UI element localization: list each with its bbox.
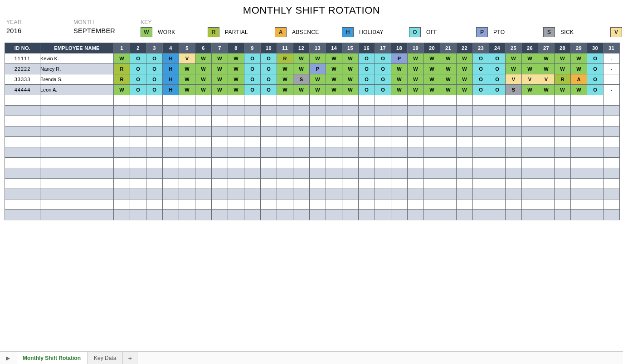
empty-cell[interactable] [440, 158, 457, 168]
empty-cell[interactable] [195, 137, 212, 147]
shift-cell[interactable]: W [408, 74, 424, 85]
shift-cell[interactable]: W [228, 85, 244, 95]
empty-cell[interactable] [555, 179, 571, 189]
empty-cell[interactable] [375, 106, 391, 116]
empty-cell[interactable] [457, 126, 473, 137]
shift-cell[interactable]: W [179, 64, 195, 74]
empty-cell[interactable] [261, 106, 277, 116]
shift-cell[interactable]: W [506, 53, 522, 64]
empty-cell[interactable] [228, 126, 244, 137]
empty-cell[interactable] [310, 95, 326, 106]
shift-cell[interactable]: W [310, 53, 326, 64]
empty-cell[interactable] [375, 116, 391, 126]
empty-cell[interactable] [538, 168, 555, 179]
shift-cell[interactable]: - [604, 85, 620, 95]
shift-cell[interactable]: W [114, 85, 130, 95]
empty-cell[interactable] [146, 158, 163, 168]
empty-cell[interactable] [424, 137, 440, 147]
empty-cell[interactable] [440, 95, 457, 106]
shift-cell[interactable]: W [293, 85, 310, 95]
empty-cell[interactable] [130, 116, 146, 126]
empty-cell[interactable] [277, 199, 293, 210]
empty-cell[interactable] [5, 158, 40, 168]
shift-cell[interactable]: W [571, 53, 587, 64]
empty-cell[interactable] [293, 158, 310, 168]
shift-cell[interactable]: O [587, 53, 604, 64]
empty-cell[interactable] [261, 137, 277, 147]
empty-cell[interactable] [522, 147, 538, 158]
empty-cell[interactable] [163, 106, 179, 116]
shift-cell[interactable]: W [212, 74, 228, 85]
empty-cell[interactable] [440, 137, 457, 147]
empty-cell[interactable] [179, 210, 195, 220]
empty-cell[interactable] [310, 168, 326, 179]
empty-cell[interactable] [277, 106, 293, 116]
empty-cell[interactable] [457, 147, 473, 158]
empty-cell[interactable] [489, 95, 506, 106]
empty-cell[interactable] [555, 168, 571, 179]
empty-cell[interactable] [604, 179, 620, 189]
empty-cell[interactable] [342, 106, 359, 116]
shift-cell[interactable]: W [555, 53, 571, 64]
empty-cell[interactable] [522, 137, 538, 147]
shift-cell[interactable]: W [522, 85, 538, 95]
empty-cell[interactable] [163, 95, 179, 106]
shift-cell[interactable]: O [244, 53, 261, 64]
shift-cell[interactable]: W [391, 85, 408, 95]
empty-cell[interactable] [146, 126, 163, 137]
shift-cell[interactable]: O [587, 64, 604, 74]
shift-cell[interactable]: W [326, 64, 342, 74]
empty-cell[interactable] [538, 116, 555, 126]
empty-cell[interactable] [179, 106, 195, 116]
empty-cell[interactable] [244, 179, 261, 189]
shift-cell[interactable]: W [408, 64, 424, 74]
empty-cell[interactable] [571, 106, 587, 116]
empty-cell[interactable] [228, 106, 244, 116]
shift-cell[interactable]: O [130, 85, 146, 95]
shift-cell[interactable]: W [195, 85, 212, 95]
shift-cell[interactable]: V [522, 74, 538, 85]
empty-cell[interactable] [212, 95, 228, 106]
empty-cell[interactable] [163, 116, 179, 126]
shift-cell[interactable]: R [114, 64, 130, 74]
shift-cell[interactable]: O [473, 85, 489, 95]
empty-cell[interactable] [310, 147, 326, 158]
empty-cell[interactable] [179, 147, 195, 158]
shift-cell[interactable]: W [228, 64, 244, 74]
empty-cell[interactable] [293, 106, 310, 116]
empty-cell[interactable] [506, 210, 522, 220]
empty-cell[interactable] [506, 147, 522, 158]
empty-cell[interactable] [587, 137, 604, 147]
empty-cell[interactable] [228, 199, 244, 210]
empty-cell[interactable] [375, 199, 391, 210]
empty-cell[interactable] [342, 210, 359, 220]
shift-cell[interactable]: H [163, 53, 179, 64]
empty-cell[interactable] [408, 210, 424, 220]
tab-key-data[interactable]: Key Data [88, 352, 123, 364]
empty-cell[interactable] [424, 179, 440, 189]
empty-cell[interactable] [146, 147, 163, 158]
empty-cell[interactable] [342, 168, 359, 179]
empty-cell[interactable] [587, 126, 604, 137]
empty-cell[interactable] [163, 126, 179, 137]
empty-cell[interactable] [604, 168, 620, 179]
shift-cell[interactable]: W [555, 64, 571, 74]
empty-cell[interactable] [326, 106, 342, 116]
empty-cell[interactable] [293, 95, 310, 106]
empty-cell[interactable] [440, 106, 457, 116]
empty-cell[interactable] [163, 189, 179, 199]
empty-cell[interactable] [424, 126, 440, 137]
empty-cell[interactable] [261, 189, 277, 199]
shift-cell[interactable]: W [457, 64, 473, 74]
empty-cell[interactable] [440, 179, 457, 189]
shift-cell[interactable]: O [587, 74, 604, 85]
empty-cell[interactable] [5, 189, 40, 199]
shift-cell[interactable]: W [571, 85, 587, 95]
empty-cell[interactable] [114, 189, 130, 199]
empty-cell[interactable] [310, 126, 326, 137]
empty-cell[interactable] [473, 189, 489, 199]
empty-cell[interactable] [326, 116, 342, 126]
empty-cell[interactable] [587, 189, 604, 199]
shift-cell[interactable]: W [212, 64, 228, 74]
empty-cell[interactable] [5, 106, 40, 116]
